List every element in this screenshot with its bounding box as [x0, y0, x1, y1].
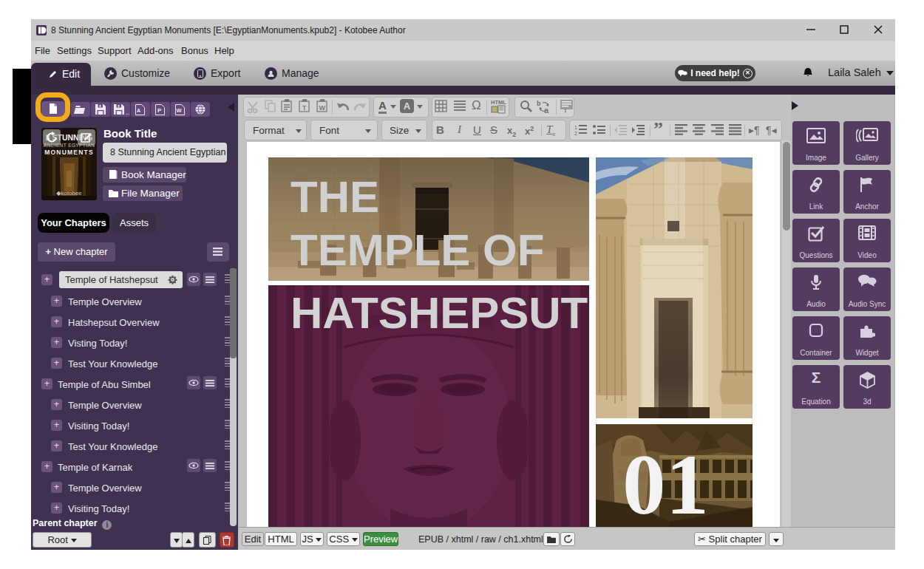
svg-text:b: b	[537, 100, 541, 107]
svg-text:a: a	[544, 106, 549, 114]
svg-text:HTML: HTML	[491, 99, 506, 106]
svg-text:W: W	[177, 107, 183, 114]
svg-text:1: 1	[574, 125, 577, 130]
svg-text:A: A	[137, 108, 140, 113]
svg-text:W: W	[319, 104, 326, 112]
svg-text:T: T	[302, 104, 307, 112]
svg-text:I: I	[564, 109, 567, 112]
svg-text:P: P	[157, 107, 162, 114]
svg-text:2: 2	[574, 131, 577, 136]
